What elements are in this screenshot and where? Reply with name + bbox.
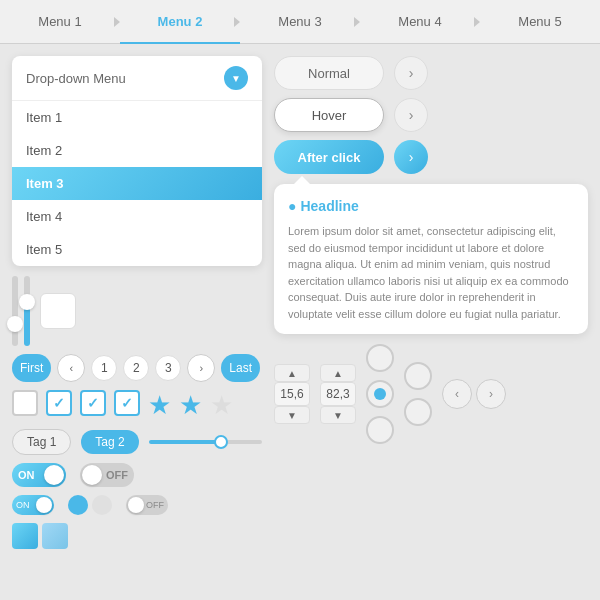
tooltip-title: ● Headline	[288, 196, 574, 217]
left-panel: Drop-down Menu ▼ Item 1 Item 2 Item 3 It…	[12, 56, 262, 588]
buttons-section: Normal Hover After click › › ›	[274, 56, 588, 174]
color-square-blue[interactable]	[12, 523, 38, 549]
toggle-knob-off-2	[128, 497, 144, 513]
vertical-slider-knob-2[interactable]	[19, 294, 35, 310]
radio-1[interactable]	[366, 344, 394, 372]
menu-item-1[interactable]: Menu 1	[0, 0, 120, 44]
dropdown-header-text: Drop-down Menu	[26, 71, 126, 86]
tag-slider-thumb[interactable]	[214, 435, 228, 449]
tag-row: Tag 1 Tag 2	[12, 429, 262, 455]
toggle-off-1[interactable]: OFF	[80, 463, 134, 487]
toggle-off-label-2: OFF	[146, 500, 164, 510]
star-1[interactable]: ★	[148, 390, 171, 421]
stepper-2: ▲ 82,3 ▼	[320, 364, 356, 424]
dropdown-container: Drop-down Menu ▼ Item 1 Item 2 Item 3 It…	[12, 56, 262, 266]
toggle-knob-on-1	[44, 465, 64, 485]
dropdown-item-3[interactable]: Item 3	[12, 167, 262, 200]
toggle-on-2[interactable]: ON	[12, 495, 54, 515]
menu-item-5[interactable]: Menu 5	[480, 0, 600, 44]
dropdown-item-5[interactable]: Item 5	[12, 233, 262, 266]
nav-arrows: ‹ ›	[442, 379, 506, 409]
main-content: Drop-down Menu ▼ Item 1 Item 2 Item 3 It…	[0, 44, 600, 600]
toggle-off-2[interactable]: OFF	[126, 495, 168, 515]
dropdown-item-1[interactable]: Item 1	[12, 101, 262, 134]
radio-2[interactable]	[366, 380, 394, 408]
checkbox-4[interactable]	[114, 390, 140, 416]
dropdown-header[interactable]: Drop-down Menu ▼	[12, 56, 262, 101]
dot-blue[interactable]	[68, 495, 88, 515]
tag-1[interactable]: Tag 1	[12, 429, 71, 455]
radio-3[interactable]	[366, 416, 394, 444]
stepper-1-up[interactable]: ▲	[274, 364, 310, 382]
menu-item-3[interactable]: Menu 3	[240, 0, 360, 44]
toggle-dots	[68, 495, 112, 515]
color-square-blue-light[interactable]	[42, 523, 68, 549]
btn-active[interactable]: After click	[274, 140, 384, 174]
toggle-row-2: ON OFF	[12, 495, 262, 515]
stepper-1: ▲ 15,6 ▼	[274, 364, 310, 424]
tooltip-card: ● Headline Lorem ipsum dolor sit amet, c…	[274, 184, 588, 334]
radio-5[interactable]	[404, 398, 432, 426]
icon-btn-chevron-2[interactable]: ›	[394, 98, 428, 132]
toggle-row-1: ON OFF	[12, 463, 262, 487]
star-2[interactable]: ★	[179, 390, 202, 421]
checkbox-2[interactable]	[46, 390, 72, 416]
stepper-2-display[interactable]: 82,3	[320, 382, 356, 406]
vertical-slider-track-2[interactable]	[24, 276, 30, 346]
menu-item-4[interactable]: Menu 4	[360, 0, 480, 44]
star-3[interactable]: ★	[210, 390, 233, 421]
toggle-knob-off-1	[82, 465, 102, 485]
page-1[interactable]: 1	[91, 355, 117, 381]
toggle-on-label-1: ON	[18, 469, 35, 481]
vertical-slider-area	[12, 276, 30, 346]
icon-btn-chevron-1[interactable]: ›	[394, 56, 428, 90]
page-last-btn[interactable]: Last	[221, 354, 260, 382]
dropdown-item-2[interactable]: Item 2	[12, 134, 262, 167]
menu-bar: Menu 1 Menu 2 Menu 3 Menu 4 Menu 5	[0, 0, 600, 44]
menu-item-2[interactable]: Menu 2	[120, 0, 240, 44]
radio-group	[366, 344, 394, 444]
dropdown-item-4[interactable]: Item 4	[12, 200, 262, 233]
nav-right-arrow[interactable]: ›	[476, 379, 506, 409]
tooltip-title-text: Headline	[300, 196, 358, 217]
tag-2[interactable]: Tag 2	[81, 430, 138, 454]
tag-slider[interactable]	[149, 440, 262, 444]
page-next-btn[interactable]: ›	[187, 354, 215, 382]
page-3[interactable]: 3	[155, 355, 181, 381]
icon-btn-group: › › ›	[394, 56, 428, 174]
vertical-slider-track[interactable]	[12, 276, 18, 346]
color-squares	[12, 523, 262, 549]
bottom-right-row: ▲ 15,6 ▼ ▲ 82,3 ▼ ‹	[274, 344, 588, 444]
pagination: First ‹ 1 2 3 › Last	[12, 354, 262, 382]
toggle-on-label-2: ON	[16, 500, 30, 510]
icon-btn-chevron-3[interactable]: ›	[394, 140, 428, 174]
vertical-slider-knob[interactable]	[7, 316, 23, 332]
right-panel: Normal Hover After click › › › ● Headlin…	[274, 56, 588, 588]
stepper-1-down[interactable]: ▼	[274, 406, 310, 424]
page-prev-btn[interactable]: ‹	[57, 354, 85, 382]
toggle-off-label-1: OFF	[106, 469, 128, 481]
toggle-knob-on-2	[36, 497, 52, 513]
stepper-2-up[interactable]: ▲	[320, 364, 356, 382]
radio-group-2	[404, 362, 432, 426]
page-2[interactable]: 2	[123, 355, 149, 381]
page-first-btn[interactable]: First	[12, 354, 51, 382]
btn-hover[interactable]: Hover	[274, 98, 384, 132]
stepper-1-display[interactable]: 15,6	[274, 382, 310, 406]
tooltip-body: Lorem ipsum dolor sit amet, consectetur …	[288, 223, 574, 322]
dot-gray[interactable]	[92, 495, 112, 515]
btn-group: Normal Hover After click	[274, 56, 384, 174]
dropdown-arrow-icon[interactable]: ▼	[224, 66, 248, 90]
btn-normal[interactable]: Normal	[274, 56, 384, 90]
toggle-on-1[interactable]: ON	[12, 463, 66, 487]
info-icon: ●	[288, 196, 296, 217]
checkbox-1[interactable]	[12, 390, 38, 416]
small-toggle-box[interactable]	[40, 293, 76, 329]
checkbox-3[interactable]	[80, 390, 106, 416]
checkbox-row: ★ ★ ★	[12, 390, 262, 421]
stepper-2-down[interactable]: ▼	[320, 406, 356, 424]
nav-left-arrow[interactable]: ‹	[442, 379, 472, 409]
radio-4[interactable]	[404, 362, 432, 390]
